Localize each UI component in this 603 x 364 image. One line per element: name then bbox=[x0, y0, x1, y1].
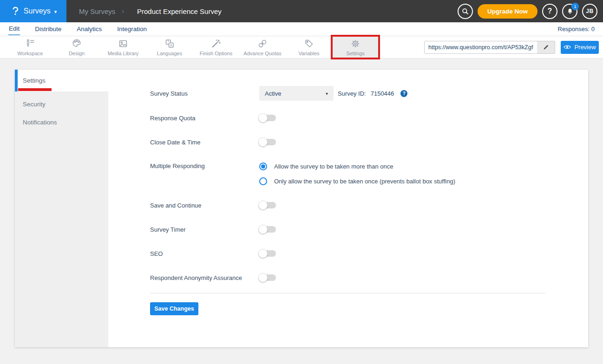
toolbar-item-finish-options[interactable]: Finish Options bbox=[193, 36, 239, 58]
close-date-row: Close Date & Time bbox=[150, 135, 276, 150]
responses-count: Responses: 0 bbox=[558, 26, 595, 32]
survey-status-select[interactable]: Active ▾ bbox=[259, 86, 334, 101]
breadcrumb-separator-icon: › bbox=[122, 7, 124, 15]
toolbar-item-variables[interactable]: Variables bbox=[286, 36, 332, 58]
breadcrumb-parent[interactable]: My Surveys bbox=[79, 7, 115, 15]
settings-page: Settings Security Notifications Survey S… bbox=[0, 58, 603, 364]
radio-selected-icon bbox=[259, 162, 267, 170]
toolbar-label: Languages bbox=[157, 51, 182, 56]
sidebar-item-notifications[interactable]: Notifications bbox=[15, 113, 108, 131]
edit-url-button[interactable] bbox=[537, 41, 555, 53]
toolbar-item-settings[interactable]: Settings bbox=[332, 36, 379, 58]
radio-option-only-once[interactable]: Only allow the survey to be taken once (… bbox=[259, 174, 455, 188]
toolbar-item-languages[interactable]: * A Languages bbox=[146, 36, 193, 58]
toggle-knob bbox=[258, 137, 268, 147]
user-avatar[interactable]: JB bbox=[582, 4, 597, 19]
survey-id-value: 7150446 bbox=[371, 90, 394, 97]
variables-icon bbox=[303, 38, 315, 49]
svg-text:*: * bbox=[167, 39, 169, 44]
toolbar-label: Advance Quotas bbox=[243, 51, 281, 56]
tab-integration[interactable]: Integration bbox=[117, 24, 147, 35]
survey-status-value: Active bbox=[265, 90, 281, 97]
active-indicator-bar bbox=[15, 70, 18, 91]
questionpro-logo-icon bbox=[10, 6, 20, 17]
chevron-down-icon: ▾ bbox=[54, 9, 57, 15]
tab-edit[interactable]: Edit bbox=[8, 23, 20, 35]
radio-option-allow-multiple[interactable]: Allow the survey to be taken more than o… bbox=[259, 159, 455, 174]
seo-label: SEO bbox=[150, 250, 259, 257]
survey-nav-tabs: Edit Distribute Analytics Integration Re… bbox=[0, 22, 603, 36]
toggle-knob bbox=[258, 225, 268, 234]
search-icon bbox=[461, 7, 469, 15]
survey-timer-label: Survey Timer bbox=[150, 226, 259, 233]
survey-id-group: Survey ID: 7150446 ? bbox=[338, 90, 407, 97]
survey-id-label: Survey ID: bbox=[338, 90, 366, 97]
anonymity-label: Respondent Anonymity Assurance bbox=[150, 274, 259, 281]
radio-option-label: Only allow the survey to be taken once (… bbox=[274, 178, 455, 185]
page-title: Product Experience Survey bbox=[137, 7, 222, 15]
eye-icon bbox=[564, 45, 571, 50]
survey-timer-row: Survey Timer bbox=[150, 222, 276, 237]
multiple-responding-row: Multiple Responding Allow the survey to … bbox=[150, 159, 455, 188]
save-continue-label: Save and Continue bbox=[150, 202, 259, 209]
survey-link-area: Preview bbox=[424, 36, 603, 58]
toolbar-item-workspace[interactable]: Workspace bbox=[7, 36, 53, 58]
toolbar-label: Design bbox=[69, 51, 85, 56]
toolbar-label: Workspace bbox=[18, 51, 43, 56]
toolbar-item-media-library[interactable]: Media Library bbox=[100, 36, 146, 58]
survey-status-label: Survey Status bbox=[150, 90, 259, 97]
toolbar-label: Finish Options bbox=[200, 51, 232, 56]
sidebar-item-label: Security bbox=[23, 101, 46, 108]
svg-text:A: A bbox=[170, 43, 172, 47]
toggle-knob bbox=[258, 249, 268, 258]
survey-url-input[interactable] bbox=[425, 41, 537, 53]
save-continue-toggle[interactable] bbox=[259, 202, 276, 208]
product-name: Surveys bbox=[24, 7, 51, 15]
radio-unselected-icon bbox=[259, 177, 267, 185]
notifications-button[interactable]: 1 bbox=[562, 4, 577, 19]
toolbar-item-advance-quotas[interactable]: Advance Quotas bbox=[239, 36, 286, 58]
media-library-icon bbox=[118, 38, 129, 49]
app-header: Surveys ▾ My Surveys › Product Experienc… bbox=[0, 0, 603, 22]
annotation-settings-underline bbox=[18, 88, 52, 91]
preview-button-label: Preview bbox=[574, 44, 596, 51]
toggle-knob bbox=[258, 273, 268, 282]
response-quota-row: Response Quota bbox=[150, 110, 276, 125]
anonymity-toggle[interactable] bbox=[259, 274, 276, 281]
survey-timer-toggle[interactable] bbox=[259, 226, 276, 233]
toolbar-label: Variables bbox=[298, 51, 319, 56]
save-changes-button[interactable]: Save Changes bbox=[150, 302, 198, 315]
header-actions: Upgrade Now ? 1 JB bbox=[458, 4, 603, 19]
settings-gear-icon bbox=[350, 38, 361, 49]
question-mark-icon: ? bbox=[548, 7, 552, 15]
notification-count-badge: 1 bbox=[571, 3, 579, 10]
product-switcher[interactable]: Surveys ▾ bbox=[0, 0, 66, 22]
toolbar-item-design[interactable]: Design bbox=[53, 36, 100, 58]
search-button[interactable] bbox=[458, 4, 473, 19]
sidebar-item-label: Notifications bbox=[23, 119, 57, 126]
anonymity-row: Respondent Anonymity Assurance bbox=[150, 270, 276, 285]
seo-row: SEO bbox=[150, 246, 276, 261]
multiple-responding-label: Multiple Responding bbox=[150, 159, 259, 174]
upgrade-now-button[interactable]: Upgrade Now bbox=[478, 4, 537, 19]
chevron-down-icon: ▾ bbox=[326, 91, 328, 96]
help-button[interactable]: ? bbox=[542, 4, 557, 19]
preview-button[interactable]: Preview bbox=[561, 41, 599, 54]
close-date-toggle[interactable] bbox=[259, 139, 276, 145]
toolbar-label: Media Library bbox=[108, 51, 139, 56]
sidebar-item-settings[interactable]: Settings bbox=[15, 70, 108, 91]
response-quota-toggle[interactable] bbox=[259, 115, 276, 121]
seo-toggle[interactable] bbox=[259, 250, 276, 257]
tab-distribute[interactable]: Distribute bbox=[34, 24, 62, 35]
pencil-icon bbox=[543, 44, 550, 51]
advance-quotas-icon bbox=[257, 38, 268, 49]
settings-card: Settings Security Notifications Survey S… bbox=[15, 70, 588, 347]
workspace-icon bbox=[25, 38, 36, 49]
design-icon bbox=[71, 38, 82, 49]
tab-analytics[interactable]: Analytics bbox=[76, 24, 102, 35]
close-date-label: Close Date & Time bbox=[150, 139, 259, 146]
toolbar-label: Settings bbox=[346, 51, 365, 56]
save-continue-row: Save and Continue bbox=[150, 198, 276, 213]
survey-id-help-icon[interactable]: ? bbox=[400, 90, 407, 97]
sidebar-item-security[interactable]: Security bbox=[15, 95, 108, 113]
